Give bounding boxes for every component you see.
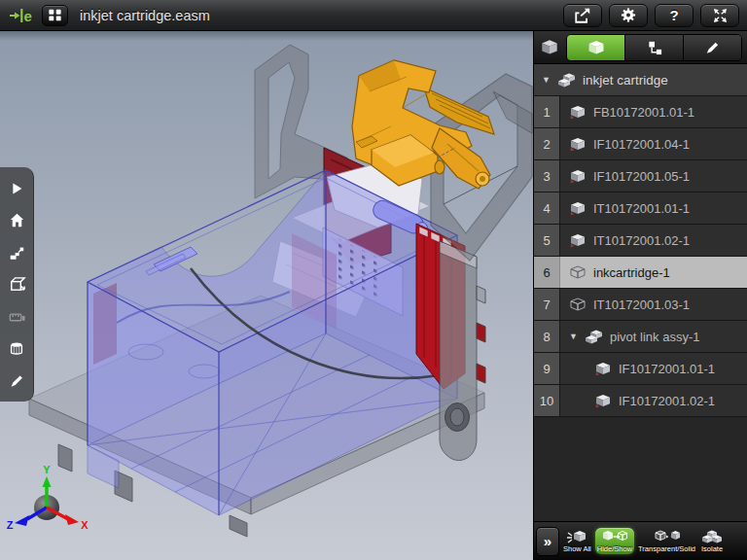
measure-icon xyxy=(8,307,26,326)
help-icon: ? xyxy=(669,7,678,23)
fullscreen-button[interactable] xyxy=(700,4,739,27)
3d-scene[interactable]: Y Z X xyxy=(0,31,533,560)
row-number: 5 xyxy=(534,225,560,256)
disclosure-icon[interactable]: ▼ xyxy=(569,332,579,341)
fullscreen-icon xyxy=(710,7,730,24)
part-icon xyxy=(569,169,587,184)
row-number: 2 xyxy=(534,128,560,159)
tree-row-assembly[interactable]: 8 ▼ pivot link assy-1 xyxy=(534,321,747,353)
measure-button[interactable] xyxy=(0,300,33,332)
component-tree: ▼ inkjet cartridge 1 FB10172001.01-1 2 I… xyxy=(534,64,747,521)
part-hidden-icon xyxy=(569,265,587,280)
transparent-solid-icon xyxy=(655,530,680,543)
part-icon xyxy=(569,105,587,120)
play-animation-button[interactable] xyxy=(0,172,33,204)
grid-icon xyxy=(46,7,64,23)
tree-row[interactable]: 4 IT10172001.01-1 xyxy=(534,192,747,225)
tree-root-row[interactable]: ▼ inkjet cartridge xyxy=(534,64,747,96)
row-number: 6 xyxy=(534,257,560,288)
panel-footer: » Show All Hide/Show xyxy=(534,521,747,560)
row-number: 3 xyxy=(534,160,560,192)
play-icon xyxy=(8,180,25,197)
edrawings-app: e inkjet cartridge.easm xyxy=(0,0,747,560)
root-label: inkjet cartridge xyxy=(583,73,668,88)
hide-show-button[interactable]: Hide/Show xyxy=(595,528,634,554)
tab-structure[interactable] xyxy=(625,35,684,60)
row-number: 4 xyxy=(534,192,560,224)
isolate-button[interactable]: Isolate xyxy=(699,528,725,554)
gear-icon xyxy=(619,6,638,24)
disclosure-icon[interactable]: ▼ xyxy=(542,75,551,85)
part-icon xyxy=(569,201,587,216)
show-all-button[interactable]: Show All xyxy=(561,528,593,554)
markup-button[interactable] xyxy=(0,365,33,397)
triad-x-label: X xyxy=(81,519,89,531)
tree-row[interactable]: 3 IF10172001.05-1 xyxy=(534,160,747,192)
part-transparent-icon xyxy=(569,298,587,312)
tree-row[interactable]: 10 IF10172001.02-1 xyxy=(534,385,747,417)
assembly-icon xyxy=(586,330,603,344)
triad-z-label: Z xyxy=(7,519,14,531)
views-button[interactable] xyxy=(0,236,33,268)
part-icon xyxy=(569,233,587,248)
transparent-solid-button[interactable]: Transparent/Solid xyxy=(636,528,697,554)
tree-row[interactable]: 9 IF10172001.01-1 xyxy=(534,353,747,385)
edrawings-logo-icon: e xyxy=(8,6,34,25)
tree-row[interactable]: 1 FB10172001.01-1 xyxy=(534,96,747,128)
expand-panel-button[interactable]: » xyxy=(536,527,559,556)
reset-box-icon xyxy=(8,275,26,294)
home-icon xyxy=(8,211,26,229)
tree-row[interactable]: 7 IT10172001.03-1 xyxy=(534,289,747,321)
apps-grid-button[interactable] xyxy=(42,5,68,26)
section-icon xyxy=(8,340,25,358)
row-number: 1 xyxy=(534,96,560,127)
pencil-icon xyxy=(8,372,25,390)
markup-pencil-icon xyxy=(704,40,722,55)
share-icon xyxy=(572,7,593,24)
part-icon xyxy=(594,362,612,376)
view-toolbar xyxy=(0,167,34,402)
views-steps-icon xyxy=(8,244,25,262)
reset-view-button[interactable] xyxy=(0,268,33,300)
tree-empty-area xyxy=(534,417,747,521)
triad-y-label: Y xyxy=(43,464,51,475)
part-icon xyxy=(569,137,587,152)
components-panel-icon[interactable] xyxy=(539,39,560,56)
structure-tree-icon xyxy=(645,39,664,55)
isolate-icon xyxy=(701,530,723,543)
part-icon xyxy=(594,394,612,408)
tree-row-selected[interactable]: 6 inkcartridge-1 xyxy=(534,257,747,289)
section-button[interactable] xyxy=(0,332,33,365)
svg-text:e: e xyxy=(24,7,32,23)
row-number: 7 xyxy=(534,289,560,320)
settings-button[interactable] xyxy=(609,4,648,27)
row-number: 8 xyxy=(534,321,560,352)
panel-segmented-control xyxy=(566,34,742,61)
tree-row[interactable]: 2 IF10172001.04-1 xyxy=(534,128,747,160)
title-bar: e inkjet cartridge.easm xyxy=(0,0,747,31)
components-panel: ▼ inkjet cartridge 1 FB10172001.01-1 2 I… xyxy=(533,31,747,560)
home-view-button[interactable] xyxy=(0,204,33,236)
row-number: 10 xyxy=(534,385,560,416)
tree-row[interactable]: 5 IT10172001.02-1 xyxy=(534,225,747,257)
show-all-icon xyxy=(565,530,588,543)
tab-components[interactable] xyxy=(567,35,625,60)
row-number: 9 xyxy=(534,353,560,384)
share-button[interactable] xyxy=(563,4,602,27)
components-tab-icon xyxy=(586,40,607,55)
hide-show-icon xyxy=(602,530,627,543)
panel-tab-bar xyxy=(534,31,747,64)
model-viewport[interactable]: Y Z X xyxy=(0,31,533,560)
tab-markup[interactable] xyxy=(684,35,741,60)
assembly-icon xyxy=(558,73,576,88)
help-button[interactable]: ? xyxy=(655,4,694,27)
document-title: inkjet cartridge.easm xyxy=(80,8,210,23)
